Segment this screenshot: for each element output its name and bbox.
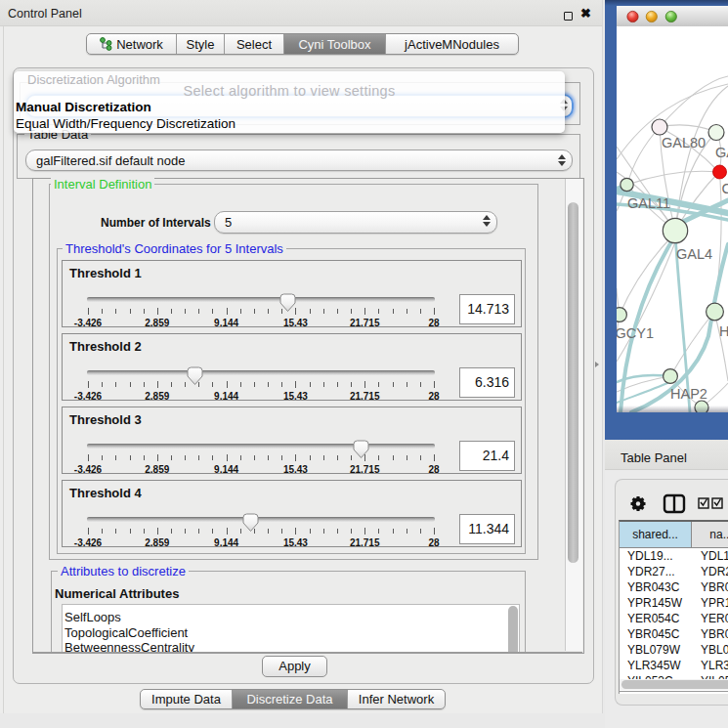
svg-text:GAL80: GAL80 [662,135,706,150]
svg-text:GAL4: GAL4 [676,246,712,262]
svg-text:GAL: GAL [715,145,728,160]
svg-text:C: C [722,181,728,196]
svg-text:HAP2: HAP2 [670,386,707,402]
svg-text:GAL11: GAL11 [627,195,670,211]
svg-text:HL: HL [719,323,728,339]
svg-text:GCY1: GCY1 [617,325,654,341]
